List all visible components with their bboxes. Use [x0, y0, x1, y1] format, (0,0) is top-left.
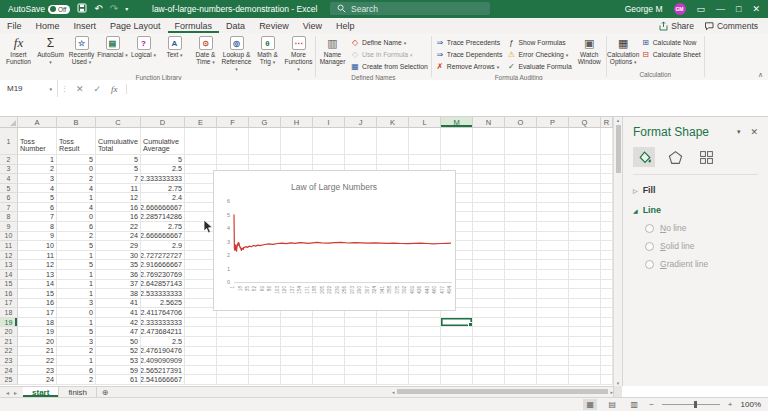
cell-O8[interactable] [505, 212, 537, 222]
menu-tab-view[interactable]: View [296, 18, 329, 33]
cell-A21[interactable]: 20 [18, 337, 57, 347]
ribbon-show-formulas-button[interactable]: ƒShow Formulas [506, 37, 571, 48]
cell-B18[interactable]: 0 [57, 308, 96, 318]
ribbon-watch-window-button[interactable]: ▣Watch Window [574, 35, 605, 66]
cell-C3[interactable]: 5 [96, 165, 141, 175]
row-header-2[interactable]: 2 [0, 155, 18, 165]
chevron-down-icon[interactable]: ▾ [49, 86, 57, 92]
column-header-F[interactable]: F [217, 117, 249, 128]
cell-J1[interactable] [345, 128, 377, 155]
column-header-L[interactable]: L [409, 117, 441, 128]
column-header-I[interactable]: I [313, 117, 345, 128]
cell-B11[interactable]: 5 [57, 241, 96, 251]
cell-B25[interactable]: 2 [57, 375, 96, 385]
cell-M24[interactable] [441, 366, 473, 376]
cell-B13[interactable]: 5 [57, 260, 96, 270]
ribbon-calculation-options-button[interactable]: ▦Calculation Options ▾ [608, 35, 639, 67]
radio-no-line[interactable]: No line [645, 223, 758, 233]
ribbon-calculate-sheet-button[interactable]: ⊟Calculate Sheet [641, 49, 701, 60]
cell-A3[interactable]: 2 [18, 165, 57, 175]
cell-B16[interactable]: 1 [57, 289, 96, 299]
menu-tab-review[interactable]: Review [252, 18, 296, 33]
row-header-23[interactable]: 23 [0, 356, 18, 366]
cell-N22[interactable] [473, 347, 505, 357]
cell-C2[interactable]: 5 [96, 155, 141, 165]
cell-F19[interactable] [217, 318, 249, 328]
cell-N7[interactable] [473, 203, 505, 213]
cell-R4[interactable] [601, 174, 613, 184]
row-header-10[interactable]: 10 [0, 232, 18, 242]
column-header-P[interactable]: P [537, 117, 569, 128]
cell-C10[interactable]: 24 [96, 232, 141, 242]
menu-tab-help[interactable]: Help [329, 18, 362, 33]
radio-solid-line[interactable]: Solid line [645, 241, 758, 251]
cell-A23[interactable]: 22 [18, 356, 57, 366]
effects-tab[interactable] [664, 147, 686, 167]
cell-R24[interactable] [601, 366, 613, 376]
cell-K25[interactable] [377, 375, 409, 385]
cell-N15[interactable] [473, 280, 505, 290]
cell-B4[interactable]: 2 [57, 174, 96, 184]
cell-C9[interactable]: 22 [96, 222, 141, 232]
formula-input[interactable] [127, 80, 768, 97]
radio-gradient-line[interactable]: Gradient line [645, 259, 758, 269]
cell-P25[interactable] [537, 375, 569, 385]
cell-N18[interactable] [473, 308, 505, 318]
cell-D1[interactable]: Cumulative Average [141, 128, 185, 155]
cell-G25[interactable] [249, 375, 281, 385]
cell-P13[interactable] [537, 260, 569, 270]
cell-A2[interactable]: 1 [18, 155, 57, 165]
cell-P20[interactable] [537, 327, 569, 337]
cell-C15[interactable]: 37 [96, 280, 141, 290]
cell-F21[interactable] [217, 337, 249, 347]
cell-A7[interactable]: 6 [18, 203, 57, 213]
cell-F25[interactable] [217, 375, 249, 385]
cell-I25[interactable] [313, 375, 345, 385]
cell-J22[interactable] [345, 347, 377, 357]
cell-Q5[interactable] [569, 184, 601, 194]
cell-R22[interactable] [601, 347, 613, 357]
cell-P23[interactable] [537, 356, 569, 366]
cell-J19[interactable] [345, 318, 377, 328]
cell-M2[interactable] [441, 155, 473, 165]
cell-R13[interactable] [601, 260, 613, 270]
ribbon-remove-arrows-button[interactable]: ✗Remove Arrows▾ [435, 61, 503, 72]
avatar[interactable]: GM [674, 3, 686, 15]
cell-J20[interactable] [345, 327, 377, 337]
cell-D14[interactable]: 2.769230769 [141, 270, 185, 280]
cell-O5[interactable] [505, 184, 537, 194]
cell-P16[interactable] [537, 289, 569, 299]
cell-B19[interactable]: 1 [57, 318, 96, 328]
cell-J25[interactable] [345, 375, 377, 385]
cell-J21[interactable] [345, 337, 377, 347]
cell-Q23[interactable] [569, 356, 601, 366]
cell-P21[interactable] [537, 337, 569, 347]
row-header-20[interactable]: 20 [0, 327, 18, 337]
zoom-out-button[interactable]: − [649, 400, 654, 409]
fill-handle[interactable] [468, 322, 473, 327]
cell-R1[interactable] [601, 128, 613, 155]
cell-Q14[interactable] [569, 270, 601, 280]
ribbon-recently-used-button[interactable]: ☆Recently Used ▾ [66, 35, 97, 67]
cell-E2[interactable] [185, 155, 217, 165]
cell-A6[interactable]: 5 [18, 193, 57, 203]
user-name[interactable]: George M [625, 4, 663, 14]
cell-C1[interactable]: Cumuluative Total [96, 128, 141, 155]
cell-C5[interactable]: 11 [96, 184, 141, 194]
cell-H1[interactable] [281, 128, 313, 155]
cell-N19[interactable] [473, 318, 505, 328]
cell-O15[interactable] [505, 280, 537, 290]
cell-O4[interactable] [505, 174, 537, 184]
cell-B8[interactable]: 0 [57, 212, 96, 222]
cell-P18[interactable] [537, 308, 569, 318]
cell-N24[interactable] [473, 366, 505, 376]
cell-M21[interactable] [441, 337, 473, 347]
cell-O23[interactable] [505, 356, 537, 366]
cell-J24[interactable] [345, 366, 377, 376]
undo-button[interactable]: ↶ [94, 4, 102, 14]
cell-K22[interactable] [377, 347, 409, 357]
cell-R15[interactable] [601, 280, 613, 290]
cell-O16[interactable] [505, 289, 537, 299]
cell-A12[interactable]: 11 [18, 251, 57, 261]
cell-Q16[interactable] [569, 289, 601, 299]
